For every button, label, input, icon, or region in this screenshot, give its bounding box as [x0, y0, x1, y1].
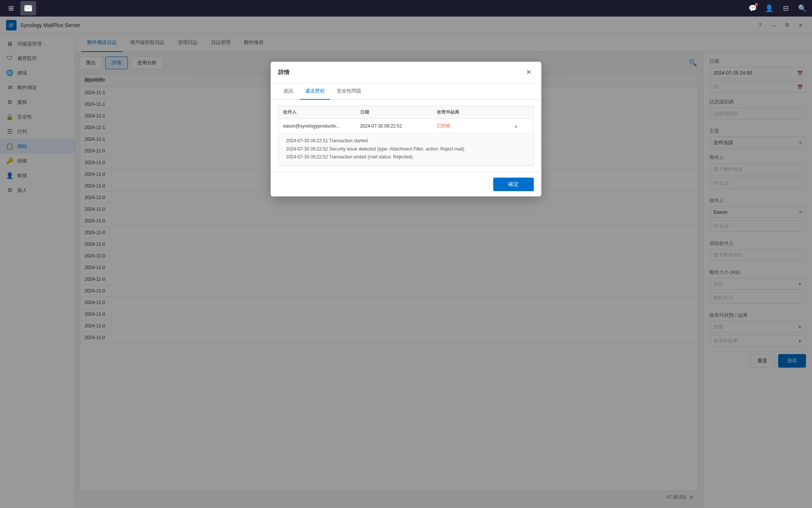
user-taskbar-icon[interactable]: 👤 — [762, 2, 776, 15]
notification-dot — [755, 3, 758, 6]
modal-table-row[interactable]: eason@synologyproductiv... 2024-07-30 09… — [279, 119, 533, 133]
chat-taskbar-icon[interactable]: 💬 — [746, 2, 759, 15]
svg-rect-0 — [24, 5, 32, 11]
modal-overlay: 詳情 ✕ 資訊 遞送歷程 安全性問題 收件人 日期 收寄件結果 eason@sy… — [0, 17, 812, 508]
confirm-button[interactable]: 確定 — [493, 178, 534, 191]
detail-line-3: 2024-07-30 09:22:52 Transaction ended (m… — [286, 153, 526, 161]
modal-col-recipient: 收件人 — [283, 109, 360, 116]
expanded-detail: 2024-07-30 09:22:51 Transaction started.… — [279, 133, 533, 166]
modal-footer: 確定 — [271, 172, 541, 196]
modal-tabs: 資訊 遞送歷程 安全性問題 — [271, 83, 541, 100]
detail-line-2: 2024-07-30 09:22:52 Security issue detec… — [286, 145, 526, 154]
modal-tab-delivery[interactable]: 遞送歷程 — [300, 83, 330, 100]
detail-line-1: 2024-07-30 09:22:51 Transaction started. — [286, 137, 526, 145]
desktop-taskbar-icon[interactable]: ⊟ — [779, 2, 792, 15]
modal-col-expand — [514, 109, 529, 116]
detail-modal: 詳情 ✕ 資訊 遞送歷程 安全性問題 收件人 日期 收寄件結果 eason@sy… — [271, 62, 541, 196]
taskbar-right: 💬 👤 ⊟ 🔍 — [746, 2, 809, 15]
modal-col-result: 收寄件結果 — [437, 109, 514, 116]
row-expand-icon[interactable]: ▲ — [514, 123, 529, 129]
row-date: 2024-07-30 09:22:52 — [360, 123, 437, 129]
grid-taskbar-icon[interactable]: ⊞ — [3, 1, 19, 15]
search-taskbar-icon[interactable]: 🔍 — [795, 2, 809, 15]
app-window: ⊞ 💬 👤 ⊟ 🔍 Synology Mai — [0, 0, 812, 508]
row-result: 已拒絕 — [437, 123, 514, 129]
modal-table-header: 收件人 日期 收寄件結果 — [278, 106, 534, 119]
modal-close-button[interactable]: ✕ — [523, 67, 534, 78]
modal-title: 詳情 — [278, 69, 289, 76]
modal-table-body: eason@synologyproductiv... 2024-07-30 09… — [278, 119, 534, 166]
modal-tab-info[interactable]: 資訊 — [278, 83, 298, 100]
modal-col-date: 日期 — [360, 109, 437, 116]
row-recipient: eason@synologyproductiv... — [283, 123, 360, 129]
taskbar: ⊞ 💬 👤 ⊟ 🔍 — [0, 0, 812, 17]
modal-body: 收件人 日期 收寄件結果 eason@synologyproductiv... … — [271, 100, 541, 172]
modal-tab-security[interactable]: 安全性問題 — [332, 83, 367, 100]
modal-header: 詳情 ✕ — [271, 62, 541, 83]
mail-taskbar-icon[interactable] — [20, 1, 36, 15]
